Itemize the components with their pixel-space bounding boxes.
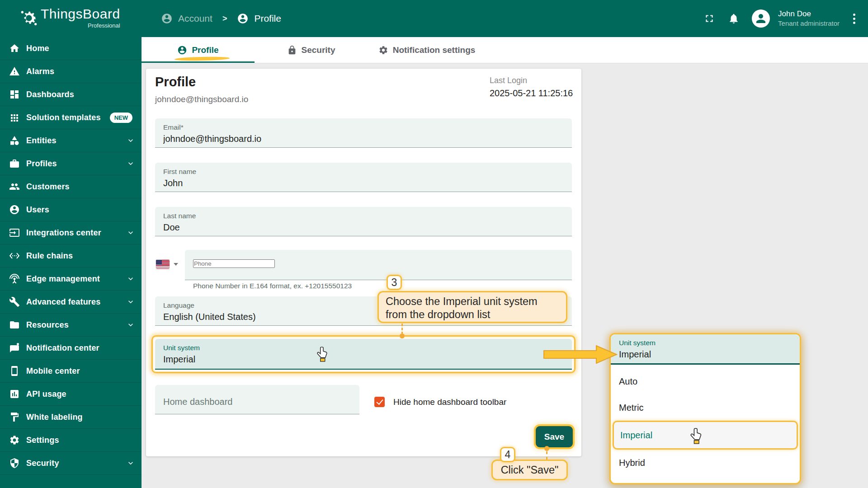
hide-toolbar-checkbox[interactable] — [374, 397, 385, 407]
settings-gear-icon — [9, 435, 20, 446]
hide-toolbar-row: Hide home dashboard toolbar — [374, 397, 506, 407]
breadcrumb-separator: > — [222, 14, 227, 23]
tutorial-step-4-connector — [546, 451, 547, 460]
last-name-input[interactable] — [163, 220, 564, 233]
chevron-down-icon — [126, 136, 135, 145]
user-avatar-icon — [754, 12, 768, 25]
tab-security[interactable]: Security — [255, 37, 368, 63]
option-metric[interactable]: Metric — [611, 394, 800, 421]
sidebar-item-profiles[interactable]: Profiles — [0, 152, 142, 175]
tab-bar: Profile Security Notification settings — [142, 37, 868, 63]
sidebar-item-home[interactable]: Home — [0, 37, 142, 60]
sidebar-item-settings[interactable]: Settings — [0, 429, 142, 452]
page-title: Profile — [155, 75, 196, 89]
alarm-warning-icon — [9, 66, 20, 77]
active-tab-underline — [142, 61, 255, 63]
sidebar-item-resources[interactable]: Resources — [0, 314, 142, 337]
breadcrumb-account[interactable]: Account — [178, 13, 212, 24]
chevron-down-icon — [126, 228, 135, 237]
unit-system-value: Imperial — [163, 352, 564, 365]
sidebar-item-advanced-features[interactable]: Advanced features — [0, 291, 142, 314]
option-hybrid[interactable]: Hybrid — [611, 450, 800, 476]
home-dashboard-input[interactable] — [163, 394, 351, 407]
sidebar-item-rule-chains[interactable]: Rule chains — [0, 244, 142, 267]
last-login-value: 2025-05-21 11:25:16 — [490, 88, 572, 99]
sidebar-item-solution-templates[interactable]: Solution templates NEW — [0, 106, 142, 129]
gear-icon — [378, 45, 388, 55]
fullscreen-icon — [703, 13, 715, 24]
sidebar-item-users[interactable]: Users — [0, 198, 142, 221]
hide-toolbar-label: Hide home dashboard toolbar — [393, 397, 506, 407]
phone-country-select[interactable] — [156, 260, 178, 269]
more-menu-button[interactable] — [851, 12, 857, 26]
sidebar-item-notification-center[interactable]: Notification center — [0, 337, 142, 360]
avatar[interactable] — [752, 9, 770, 28]
email-input[interactable] — [163, 131, 564, 144]
profile-tab-label: Profile — [192, 45, 218, 55]
sidebar-item-dashboards[interactable]: Dashboards — [0, 83, 142, 106]
save-button[interactable]: Save — [536, 426, 573, 447]
sidebar-item-edge-management[interactable]: Edge management — [0, 267, 142, 291]
phone-field[interactable] — [185, 250, 572, 280]
tab-notification-settings[interactable]: Notification settings — [368, 37, 486, 63]
user-meta: John Doe Tenant administrator — [778, 9, 840, 28]
unit-system-field[interactable]: Unit system Imperial — [155, 339, 572, 370]
phone-row — [155, 250, 572, 280]
white-labeling-paint-icon — [9, 412, 20, 422]
option-auto[interactable]: Auto — [611, 368, 800, 394]
phone-input[interactable] — [193, 259, 275, 268]
sidebar-item-security[interactable]: Security — [0, 452, 142, 475]
app-edition: Professional — [41, 22, 120, 29]
sidebar-item-api-usage[interactable]: API usage — [0, 383, 142, 406]
unit-system-options: Auto Metric Imperial Hybrid — [611, 365, 800, 476]
option-imperial[interactable]: Imperial — [613, 421, 798, 450]
rule-chains-icon — [9, 250, 20, 261]
mobile-center-icon — [9, 366, 20, 376]
lock-icon — [287, 45, 297, 55]
sidebar-item-customers[interactable]: Customers — [0, 175, 142, 198]
dashboards-icon — [9, 89, 20, 100]
fullscreen-button[interactable] — [703, 12, 716, 25]
thingsboard-logo-icon — [20, 9, 38, 27]
notification-center-icon — [9, 343, 20, 353]
chevron-down-icon — [126, 297, 135, 306]
topbar-actions: John Doe Tenant administrator — [703, 0, 857, 37]
breadcrumb-profile: Profile — [254, 13, 281, 24]
tutorial-step-4-badge: 4 — [500, 447, 515, 462]
unit-system-dropdown: Unit system Imperial Auto Metric Imperia… — [609, 333, 801, 484]
sidebar-item-integrations-center[interactable]: Integrations center — [0, 221, 142, 244]
tutorial-step-3-tooltip: Choose the Imperial unit system from the… — [377, 291, 567, 323]
us-flag-icon — [156, 260, 170, 269]
tutorial-step-3-connector — [401, 324, 403, 334]
unit-system-dropdown-field[interactable]: Unit system Imperial — [611, 334, 800, 365]
email-field[interactable]: Email* — [155, 118, 572, 148]
profile-card: Profile johndoe@thingsboard.io Last Logi… — [146, 69, 581, 456]
tutorial-step-3-badge: 3 — [387, 275, 402, 290]
top-bar: ThingsBoard Professional Account > Profi… — [0, 0, 868, 37]
thingsboard-logo[interactable]: ThingsBoard Professional — [20, 6, 120, 29]
last-login: Last Login 2025-05-21 11:25:16 — [490, 76, 572, 99]
account-breadcrumb-icon — [161, 13, 173, 24]
first-name-field[interactable]: First name — [155, 163, 572, 192]
notifications-button[interactable] — [727, 12, 740, 25]
home-dashboard-field[interactable] — [155, 385, 359, 414]
page-subtitle-email: johndoe@thingsboard.io — [155, 94, 248, 104]
caret-down-icon — [174, 263, 178, 266]
new-badge: NEW — [110, 113, 132, 123]
last-login-label: Last Login — [490, 76, 572, 85]
home-icon — [9, 43, 20, 54]
user-name: John Doe — [778, 9, 840, 19]
first-name-input[interactable] — [163, 176, 564, 188]
last-name-field[interactable]: Last name — [155, 207, 572, 236]
security-tab-label: Security — [302, 45, 335, 55]
tutorial-step-4-connector-dot — [544, 446, 549, 451]
profile-breadcrumb-icon — [237, 13, 249, 24]
tutorial-arrow-icon — [543, 344, 618, 365]
sidebar-item-entities[interactable]: Entities — [0, 129, 142, 152]
tab-profile[interactable]: Profile — [142, 37, 255, 63]
sidebar-item-mobile-center[interactable]: Mobile center — [0, 360, 142, 383]
chevron-down-icon — [126, 159, 135, 168]
sidebar-item-alarms[interactable]: Alarms — [0, 60, 142, 83]
sidebar-item-white-labeling[interactable]: White labeling — [0, 406, 142, 429]
tutorial-tab-marker — [175, 56, 230, 61]
